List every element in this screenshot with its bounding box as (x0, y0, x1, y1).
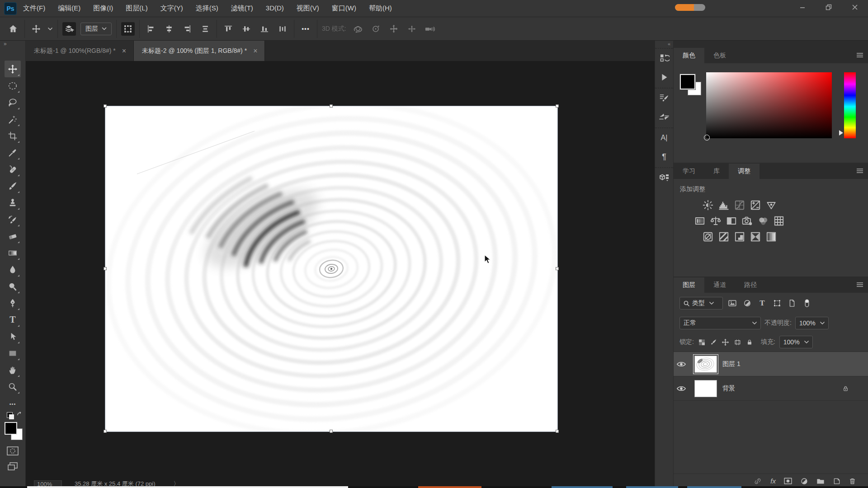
zoom-tool[interactable] (5, 378, 21, 395)
lock-transparent-icon[interactable] (698, 338, 706, 346)
type-layer-filter-icon[interactable]: T (757, 298, 768, 309)
move-tool-icon[interactable] (29, 22, 43, 36)
handle-bottom-right[interactable] (556, 430, 559, 433)
color-lookup-icon[interactable] (773, 215, 785, 227)
layer-style-fx-icon[interactable]: fx (770, 477, 776, 485)
close-button[interactable] (842, 0, 868, 14)
edit-toolbar-icon[interactable]: ••• (9, 401, 16, 407)
panel-menu-icon[interactable] (856, 52, 863, 58)
curves-icon[interactable] (733, 199, 745, 211)
fill-input[interactable]: 100% (779, 336, 813, 348)
document-tab-2[interactable]: 未标题-2 @ 100% (图层 1, RGB/8#) * × (134, 41, 265, 61)
3d-slide-icon[interactable] (405, 22, 419, 36)
3d-pan-icon[interactable] (387, 22, 401, 36)
minimize-button[interactable] (789, 0, 816, 14)
tab-close-icon[interactable]: × (122, 47, 126, 55)
layer-row-layer1[interactable]: 图层 1 (674, 352, 868, 376)
3d-roll-icon[interactable] (369, 22, 382, 36)
distribute-vertical-icon[interactable] (198, 22, 212, 36)
properties-3d-panel-icon[interactable] (657, 171, 671, 184)
3d-orbit-icon[interactable] (351, 22, 364, 36)
menu-edit[interactable]: 编辑(E) (58, 4, 80, 13)
tab-libraries[interactable]: 库 (704, 164, 729, 179)
tab-layers[interactable]: 图层 (674, 277, 704, 293)
type-tool[interactable]: T (5, 311, 21, 328)
vibrance-icon[interactable] (765, 199, 777, 211)
auto-select-icon[interactable] (62, 22, 76, 36)
panel-menu-icon[interactable] (856, 282, 863, 287)
align-middle-icon[interactable] (240, 22, 253, 36)
document-tab-1[interactable]: 未标题-1 @ 100%(RGB/8#) * × (26, 41, 134, 61)
gradient-map-icon[interactable] (749, 230, 761, 243)
lock-artboard-icon[interactable] (733, 338, 742, 346)
saturation-brightness-field[interactable] (706, 72, 832, 138)
exposure-icon[interactable] (749, 199, 761, 211)
document-image[interactable] (105, 106, 557, 432)
layer-thumbnail[interactable] (694, 380, 717, 397)
new-layer-icon[interactable] (833, 477, 841, 485)
more-options-icon[interactable]: ••• (299, 22, 312, 36)
auto-select-target-dropdown[interactable]: 图层 (80, 23, 112, 35)
brushes-panel-icon[interactable] (657, 110, 671, 124)
spot-healing-brush-tool[interactable] (5, 161, 21, 178)
history-panel-icon[interactable] (657, 52, 671, 65)
screen-mode-icon[interactable] (7, 462, 18, 471)
layer-filter-type-dropdown[interactable]: 类型 (679, 297, 723, 310)
align-top-icon[interactable] (222, 22, 235, 36)
dodge-tool[interactable] (5, 278, 21, 295)
rectangle-tool[interactable] (5, 345, 21, 361)
actions-panel-icon[interactable] (657, 70, 671, 84)
home-icon[interactable] (6, 22, 20, 36)
color-picker-ring[interactable] (704, 135, 710, 141)
handle-bottom-center[interactable] (330, 430, 333, 433)
foreground-color-swatch[interactable] (680, 74, 695, 89)
crop-tool[interactable] (5, 127, 21, 144)
tab-adjustments[interactable]: 调整 (729, 164, 760, 179)
smart-object-filter-icon[interactable] (787, 298, 797, 309)
move-tool[interactable] (5, 61, 21, 77)
eraser-tool[interactable] (5, 228, 21, 244)
handle-bottom-left[interactable] (104, 430, 107, 433)
layer-thumbnail[interactable] (694, 356, 717, 373)
gradient-tool[interactable] (5, 244, 21, 261)
handle-top-right[interactable] (556, 104, 559, 108)
lock-pixels-icon[interactable] (710, 338, 717, 346)
brightness-contrast-icon[interactable] (702, 199, 714, 211)
handle-middle-right[interactable] (556, 267, 559, 270)
lasso-tool[interactable] (5, 94, 21, 111)
photoshop-logo[interactable]: Ps (4, 2, 17, 15)
layer-row-background[interactable]: 背景 (674, 376, 868, 401)
menu-help[interactable]: 帮助(H) (369, 4, 392, 13)
channel-mixer-icon[interactable] (757, 215, 769, 227)
levels-icon[interactable] (717, 199, 730, 211)
elliptical-marquee-tool[interactable] (5, 77, 21, 94)
align-right-icon[interactable] (180, 22, 194, 36)
pen-tool[interactable] (5, 295, 21, 311)
tab-learn[interactable]: 学习 (674, 164, 704, 179)
tab-paths[interactable]: 路径 (735, 277, 766, 293)
tab-close-icon[interactable]: × (253, 47, 257, 55)
visibility-eye-icon[interactable] (674, 361, 689, 367)
canvas-area[interactable] (26, 61, 655, 480)
hue-saturation-icon[interactable] (693, 215, 706, 227)
blur-tool[interactable] (5, 261, 21, 278)
hand-tool[interactable] (5, 361, 21, 378)
visibility-eye-icon[interactable] (674, 385, 689, 392)
3d-camera-icon[interactable] (423, 22, 437, 36)
delete-layer-icon[interactable] (849, 477, 856, 485)
toolbar-collapse-icon[interactable]: » (0, 41, 25, 48)
add-mask-icon[interactable] (783, 477, 793, 485)
posterize-icon[interactable] (717, 230, 730, 243)
black-white-icon[interactable] (725, 215, 737, 227)
show-transform-controls-icon[interactable] (121, 22, 135, 36)
brush-settings-panel-icon[interactable] (657, 91, 671, 105)
path-selection-tool[interactable] (5, 328, 21, 345)
align-bottom-icon[interactable] (258, 22, 271, 36)
dock-expand-icon[interactable]: « (655, 41, 673, 48)
handle-top-left[interactable] (104, 104, 107, 108)
menu-select[interactable]: 选择(S) (196, 4, 218, 13)
menu-window[interactable]: 窗口(W) (332, 4, 356, 13)
character-panel-icon[interactable]: A| (657, 131, 671, 145)
invert-icon[interactable] (702, 230, 714, 243)
hue-slider-pointer[interactable] (839, 130, 843, 136)
